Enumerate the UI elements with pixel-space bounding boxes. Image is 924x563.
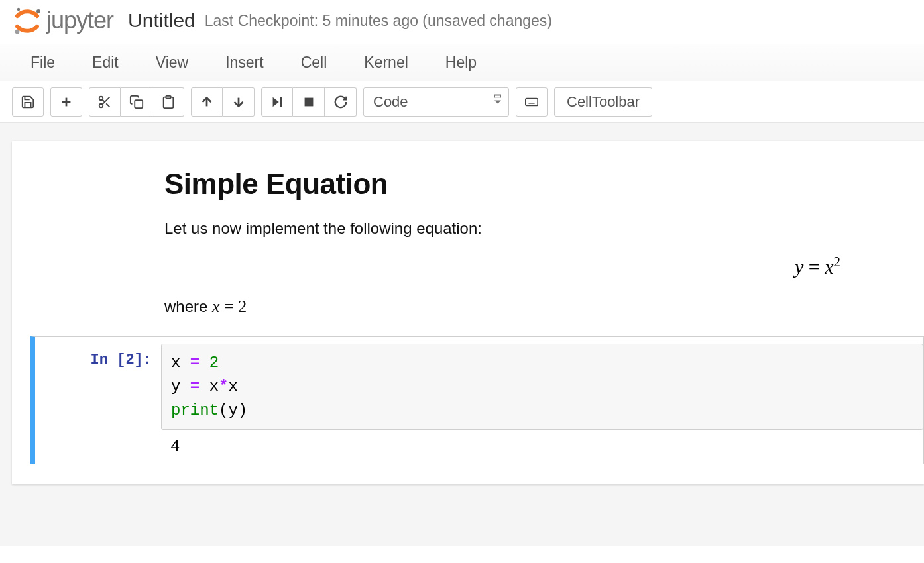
svg-rect-17	[526, 98, 538, 105]
arrow-down-icon	[231, 95, 246, 109]
notebook: Simple Equation Let us now implement the…	[12, 141, 924, 484]
svg-line-9	[102, 99, 105, 102]
jupyter-logo-text: jupyter	[46, 7, 113, 34]
svg-point-6	[99, 103, 103, 107]
markdown-equation: y = x2	[164, 254, 900, 278]
save-button[interactable]	[12, 87, 44, 117]
header: jupyter Untitled Last Checkpoint: 5 minu…	[0, 0, 924, 44]
arrow-up-icon	[200, 95, 214, 109]
code-cell-prompt: In [2]:	[35, 344, 161, 456]
paste-icon	[161, 95, 176, 109]
restart-button[interactable]	[325, 87, 357, 117]
where-prefix: where	[164, 297, 212, 315]
code-l2-star: *	[219, 378, 228, 395]
code-l3-arg: y	[228, 401, 237, 419]
stop-icon	[302, 95, 316, 109]
code-l2-a: x	[209, 378, 219, 395]
menu-help[interactable]: Help	[427, 47, 495, 78]
notebook-name[interactable]: Untitled	[128, 9, 196, 32]
code-l1-op: =	[180, 354, 209, 372]
where-val: 2	[238, 297, 247, 316]
save-icon	[21, 95, 35, 109]
plus-icon	[59, 95, 74, 109]
run-button[interactable]	[261, 87, 293, 117]
where-var: x	[212, 297, 220, 316]
cell-type-select-wrap: Code	[363, 87, 509, 117]
step-forward-icon	[270, 95, 284, 109]
markdown-intro: Let us now implement the following equat…	[164, 219, 900, 238]
jupyter-logo-icon	[12, 5, 42, 36]
svg-point-5	[99, 96, 103, 100]
menu-edit[interactable]: Edit	[74, 47, 137, 78]
code-input[interactable]: x = 2 y = x*x print(y)	[161, 344, 923, 430]
move-up-button[interactable]	[191, 87, 223, 117]
jupyter-logo[interactable]: jupyter	[12, 5, 113, 36]
copy-icon	[129, 95, 144, 109]
svg-marker-14	[273, 97, 279, 107]
move-down-button[interactable]	[223, 87, 255, 117]
interrupt-button[interactable]	[293, 87, 325, 117]
eq-lhs: y	[795, 256, 803, 278]
cell-toolbar-button[interactable]: CellToolbar	[554, 87, 652, 117]
cell-type-select[interactable]: Code	[363, 87, 509, 117]
code-l3-fn: print	[171, 401, 219, 419]
code-l2-b: x	[228, 378, 237, 395]
menu-insert[interactable]: Insert	[207, 47, 282, 78]
command-palette-button[interactable]	[516, 87, 548, 117]
svg-rect-10	[135, 100, 143, 108]
cut-button[interactable]	[89, 87, 121, 117]
eq-rhs-base: x	[825, 256, 833, 278]
markdown-where: where x = 2	[164, 297, 900, 317]
keyboard-icon	[524, 95, 539, 109]
code-l2-op: =	[180, 378, 209, 395]
refresh-icon	[333, 95, 348, 109]
svg-rect-15	[280, 97, 282, 107]
scissors-icon	[97, 95, 112, 109]
toolbar: Code CellToolbar	[0, 81, 924, 123]
markdown-cell[interactable]: Simple Equation Let us now implement the…	[12, 168, 924, 336]
code-l3-close: )	[238, 401, 247, 419]
svg-line-8	[106, 103, 109, 107]
markdown-heading: Simple Equation	[164, 168, 900, 201]
svg-rect-11	[166, 95, 170, 98]
menu-cell[interactable]: Cell	[282, 47, 346, 78]
eq-eq: =	[803, 256, 825, 278]
svg-rect-16	[304, 97, 313, 106]
menu-kernel[interactable]: Kernel	[345, 47, 426, 78]
menu-file[interactable]: File	[12, 47, 74, 78]
copy-button[interactable]	[121, 87, 152, 117]
code-cell-body: x = 2 y = x*x print(y) 4	[161, 344, 923, 456]
add-cell-button[interactable]	[50, 87, 82, 117]
menu-view[interactable]: View	[137, 47, 207, 78]
svg-point-0	[17, 8, 20, 11]
code-output: 4	[161, 430, 923, 456]
code-l2-lhs: y	[171, 378, 180, 395]
eq-rhs-exp: 2	[834, 254, 841, 270]
svg-point-1	[36, 9, 40, 13]
checkpoint-status: Last Checkpoint: 5 minutes ago (unsaved …	[205, 12, 552, 30]
menubar: File Edit View Insert Cell Kernel Help	[0, 44, 924, 81]
code-l1-lhs: x	[171, 354, 180, 372]
paste-button[interactable]	[152, 87, 184, 117]
notebook-container: Simple Equation Let us now implement the…	[0, 123, 924, 546]
code-cell[interactable]: In [2]: x = 2 y = x*x print(y) 4	[30, 336, 924, 464]
where-eq: =	[220, 297, 239, 316]
code-l1-val: 2	[209, 354, 219, 372]
code-l3-open: (	[219, 401, 228, 419]
